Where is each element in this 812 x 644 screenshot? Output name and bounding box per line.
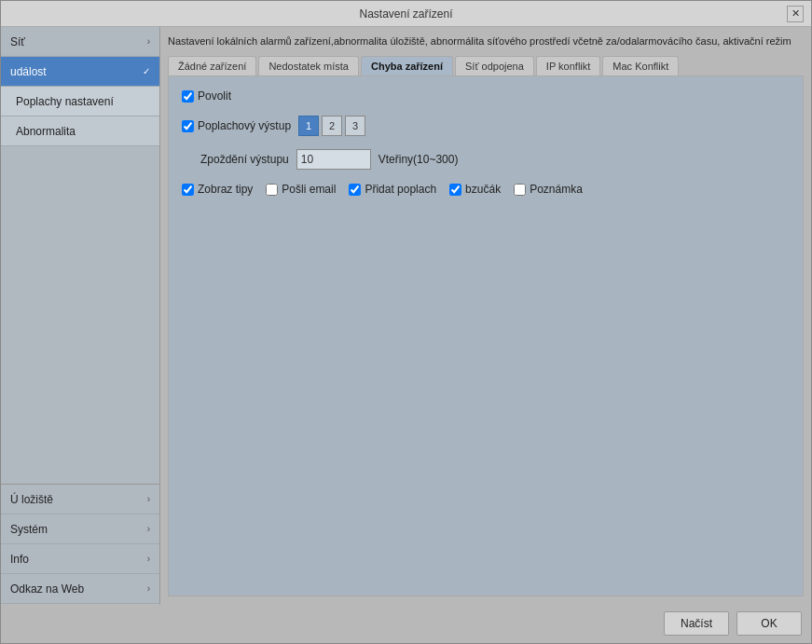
sidebar-item-odkaz[interactable]: Odkaz na Web ›: [1, 574, 159, 604]
sidebar-arrow-system: ›: [147, 524, 150, 534]
sidebar-label-abnormalita: Abnormalita: [16, 125, 76, 138]
nacist-button[interactable]: Načíst: [664, 611, 729, 636]
window-body: Síť › událost ✓ Poplachy nastavení Abnor…: [1, 27, 811, 604]
main-content: Nastavení lokálních alarmů zařízení,abno…: [160, 27, 811, 604]
tab-panel: Povolit Poplachový výstup 1 2 3: [168, 75, 804, 596]
bottom-bar: Načíst OK: [1, 604, 811, 643]
poplachovy-vystup-checkbox[interactable]: [182, 120, 194, 132]
sidebar-label-udalost: událost: [10, 65, 47, 78]
tab-chyba-zarizeni[interactable]: Chyba zařízení: [361, 56, 453, 75]
sidebar-arrow-sit: ›: [147, 36, 150, 47]
sidebar: Síť › událost ✓ Poplachy nastavení Abnor…: [1, 27, 160, 604]
sidebar-item-sit[interactable]: Síť ›: [1, 27, 159, 57]
sidebar-item-info[interactable]: Info ›: [1, 544, 159, 574]
pridat-poplach-label: Přidat poplach: [365, 183, 436, 196]
sidebar-spacer: [1, 146, 159, 484]
zobraz-tipy-label: Zobraz tipy: [198, 183, 253, 196]
buzak-label: bzučák: [465, 183, 501, 196]
output-buttons: 1 2 3: [298, 116, 365, 136]
tabs: Žádné zařízení Nedostatek místa Chyba za…: [168, 56, 804, 75]
posli-email-checkbox[interactable]: [266, 184, 278, 196]
sidebar-arrow-udalost: ✓: [143, 66, 150, 76]
povolit-label: Povolit: [198, 89, 231, 103]
sidebar-label-info: Info: [10, 553, 29, 566]
pridat-poplach-checkbox[interactable]: [349, 184, 361, 196]
zpozdeni-row: Zpoždění výstupu Vteřiny(10~300): [182, 149, 790, 170]
title-bar: Nastavení zařízení ✕: [1, 1, 811, 27]
sidebar-item-udalost[interactable]: událost ✓: [1, 57, 159, 87]
sidebar-item-poplachy[interactable]: Poplachy nastavení: [1, 87, 159, 116]
tab-sit-odpojena[interactable]: Síť odpojena: [455, 56, 534, 75]
zobraz-tipy-checkbox[interactable]: [182, 184, 194, 196]
action-poznamka[interactable]: Poznámka: [514, 183, 583, 196]
poplachovy-vystup-row: Poplachový výstup 1 2 3: [182, 116, 790, 136]
action-pridat-poplach[interactable]: Přidat poplach: [349, 183, 436, 196]
poplachovy-vystup-label: Poplachový výstup: [198, 119, 291, 132]
sidebar-arrow-odkaz: ›: [147, 583, 150, 594]
tab-zadne-zarizeni[interactable]: Žádné zařízení: [168, 56, 256, 75]
sidebar-label-sit: Síť: [10, 35, 25, 48]
sidebar-arrow-uloziste: ›: [147, 494, 150, 504]
sidebar-label-poplachy: Poplachy nastavení: [16, 95, 114, 108]
zpozdeni-unit: Vteřiny(10~300): [378, 153, 459, 166]
poznamka-label: Poznámka: [530, 183, 583, 196]
sidebar-label-system: Systém: [10, 523, 48, 536]
sidebar-item-uloziste[interactable]: Ú ložiště ›: [1, 485, 159, 514]
output-btn-1[interactable]: 1: [298, 116, 319, 136]
sidebar-arrow-info: ›: [147, 554, 150, 564]
sidebar-bottom: Ú ložiště › Systém › Info › Odkaz na Web…: [1, 484, 159, 604]
zpozdeni-label: Zpoždění výstupu: [182, 153, 289, 166]
tab-ip-konflikt[interactable]: IP konflikt: [536, 56, 601, 75]
povolit-checkbox[interactable]: [182, 90, 194, 103]
poplachovy-vystup-checkbox-label[interactable]: Poplachový výstup: [182, 119, 291, 132]
tab-mac-konflikt[interactable]: Mac Konflikt: [602, 56, 679, 75]
posli-email-label: Pošli email: [282, 183, 336, 196]
output-btn-3[interactable]: 3: [345, 116, 365, 136]
main-window: Nastavení zařízení ✕ Síť › událost ✓ Pop…: [0, 0, 812, 644]
zpozdeni-input[interactable]: [296, 149, 371, 170]
window-title: Nastavení zařízení: [25, 7, 787, 21]
description-text: Nastavení lokálních alarmů zařízení,abno…: [168, 34, 804, 48]
action-buzak[interactable]: bzučák: [449, 183, 501, 196]
action-posli-email[interactable]: Pošli email: [266, 183, 336, 196]
sidebar-label-odkaz: Odkaz na Web: [10, 582, 84, 596]
tab-nedostatek-mista[interactable]: Nedostatek místa: [258, 56, 359, 75]
sidebar-label-uloziste: Ú ložiště: [10, 493, 53, 506]
sidebar-item-abnormalita[interactable]: Abnormalita: [1, 116, 159, 146]
actions-row: Zobraz tipy Pošli email Přidat poplach b…: [182, 183, 790, 196]
povolit-row: Povolit: [182, 89, 790, 103]
buzak-checkbox[interactable]: [449, 184, 461, 196]
action-zobraz-tipy[interactable]: Zobraz tipy: [182, 183, 253, 196]
ok-button[interactable]: OK: [736, 611, 802, 636]
sidebar-item-system[interactable]: Systém ›: [1, 514, 159, 544]
close-button[interactable]: ✕: [787, 6, 804, 22]
output-btn-2[interactable]: 2: [322, 116, 342, 136]
poznamka-checkbox[interactable]: [514, 184, 526, 196]
povolit-checkbox-label[interactable]: Povolit: [182, 89, 231, 103]
